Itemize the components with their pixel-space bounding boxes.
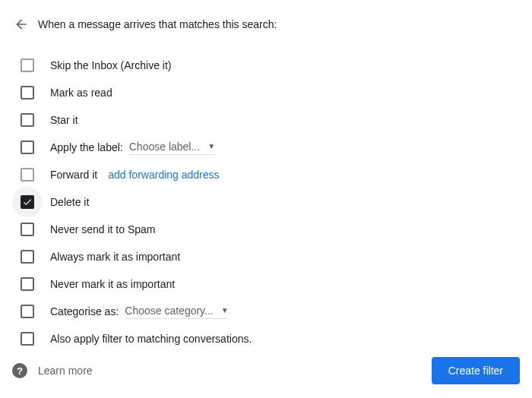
- help-icon[interactable]: ?: [12, 363, 27, 378]
- dropdown-label-text: Choose label...: [129, 141, 200, 153]
- filter-options: Skip the Inbox (Archive it) Mark as read…: [12, 52, 520, 352]
- label-delete: Delete it: [50, 196, 89, 208]
- checkbox-never-spam[interactable]: [21, 223, 34, 236]
- checkbox-forward[interactable]: [21, 168, 34, 182]
- learn-more-link[interactable]: Learn more: [38, 365, 93, 377]
- option-always-important: Always mark it as important: [12, 243, 520, 270]
- checkbox-delete[interactable]: [21, 195, 34, 209]
- dropdown-category[interactable]: Choose category... ▼: [125, 305, 228, 319]
- learn-more-section: ? Learn more: [12, 363, 93, 378]
- label-forward: Forward it: [50, 169, 97, 181]
- create-filter-button[interactable]: Create filter: [432, 357, 520, 384]
- label-mark-read: Mark as read: [50, 87, 112, 99]
- header-title: When a message arrives that matches this…: [38, 18, 277, 30]
- dropdown-category-text: Choose category...: [125, 305, 213, 317]
- add-forwarding-link[interactable]: add forwarding address: [108, 169, 219, 181]
- filter-header: When a message arrives that matches this…: [12, 15, 520, 33]
- label-apply-label: Apply the label:: [50, 141, 123, 153]
- checkbox-never-important[interactable]: [21, 277, 34, 291]
- checkmark-icon: [22, 197, 33, 207]
- checkbox-also-apply[interactable]: [21, 332, 34, 346]
- checkbox-categorise[interactable]: [21, 305, 34, 318]
- label-never-spam: Never send it to Spam: [50, 223, 156, 235]
- option-forward: Forward it add forwarding address: [12, 161, 520, 188]
- chevron-down-icon: ▼: [221, 306, 229, 314]
- checkbox-mark-read[interactable]: [21, 86, 34, 100]
- option-also-apply: Also apply filter to matching conversati…: [12, 325, 520, 352]
- checkbox-skip-inbox[interactable]: [21, 58, 34, 72]
- footer: ? Learn more Create filter: [12, 357, 520, 384]
- label-never-important: Never mark it as important: [50, 278, 175, 290]
- checkbox-always-important[interactable]: [21, 250, 34, 264]
- label-star: Star it: [50, 114, 78, 126]
- option-mark-read: Mark as read: [12, 79, 520, 106]
- label-also-apply: Also apply filter to matching conversati…: [50, 333, 252, 345]
- option-never-spam: Never send it to Spam: [12, 216, 520, 243]
- label-categorise: Categorise as:: [50, 305, 119, 317]
- option-star: Star it: [12, 106, 520, 134]
- checkbox-star[interactable]: [21, 113, 34, 127]
- arrow-left-icon: [14, 17, 29, 32]
- back-button[interactable]: [12, 15, 30, 33]
- label-always-important: Always mark it as important: [50, 251, 180, 263]
- label-skip-inbox: Skip the Inbox (Archive it): [50, 59, 172, 71]
- checkbox-apply-label[interactable]: [21, 141, 34, 154]
- chevron-down-icon: ▼: [207, 142, 215, 150]
- option-categorise: Categorise as: Choose category... ▼: [12, 298, 520, 325]
- dropdown-label[interactable]: Choose label... ▼: [129, 141, 215, 155]
- option-never-important: Never mark it as important: [12, 270, 520, 298]
- option-skip-inbox: Skip the Inbox (Archive it): [12, 52, 520, 79]
- option-delete: Delete it: [12, 188, 520, 216]
- option-apply-label: Apply the label: Choose label... ▼: [12, 134, 520, 161]
